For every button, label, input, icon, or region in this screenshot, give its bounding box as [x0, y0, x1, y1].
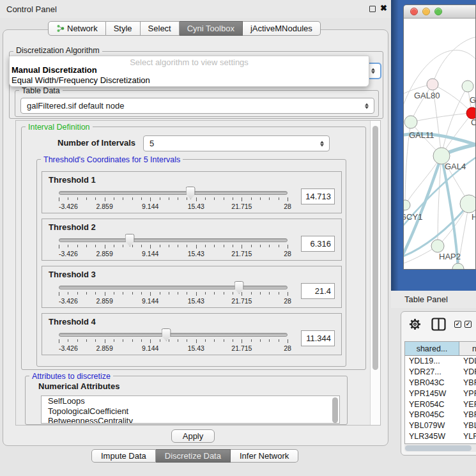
- tick-label: -3.426: [59, 250, 78, 257]
- vertical-scrollbar[interactable]: [370, 121, 380, 425]
- table-data-group: Table Data galFiltered.sif default node: [15, 90, 379, 117]
- mac-zoom-icon[interactable]: [434, 8, 442, 15]
- node-label: GCY1: [404, 212, 422, 222]
- tab-select[interactable]: Select: [141, 21, 180, 36]
- network-canvas[interactable]: GAL80GCGAL11GAL4GCY1HHAP2: [404, 19, 475, 269]
- combo-stepper-icon: [365, 103, 369, 109]
- network-node[interactable]: [404, 116, 417, 128]
- combo-value: 5: [150, 139, 154, 148]
- tab-style[interactable]: Style: [106, 21, 141, 36]
- threshold-slider[interactable]: -3.4262.8599.14415.4321.71528: [59, 333, 288, 352]
- scrollbar-thumb[interactable]: [372, 126, 378, 370]
- popup-item-manual-discretization[interactable]: Manual Discretization: [12, 65, 97, 75]
- tab-label: Select: [148, 24, 171, 33]
- mac-close-icon[interactable]: [410, 8, 418, 15]
- node-label: GAL11: [409, 130, 434, 140]
- table-row[interactable]: YBR045CYBR0: [405, 410, 476, 420]
- network-node[interactable]: [404, 200, 410, 210]
- network-node[interactable]: [460, 195, 476, 213]
- list-item[interactable]: TopologicalCoefficient: [42, 406, 339, 417]
- numerical-attributes-list: SelfLoops TopologicalCoefficient Between…: [41, 395, 340, 424]
- tab-network[interactable]: Network: [48, 21, 106, 36]
- horizontal-scrollbar[interactable]: [404, 444, 476, 452]
- threshold-slider[interactable]: -3.4262.8599.14415.4321.71528: [59, 286, 288, 305]
- threshold-panel: Threshold 4-3.4262.8599.14415.4321.71528…: [42, 313, 342, 355]
- table-row[interactable]: YLR345WYLR3: [405, 431, 476, 442]
- cell-name: YER0: [463, 399, 476, 410]
- list-item[interactable]: BetweennessCentrality: [42, 416, 339, 424]
- group-label: Threshold's Coordinates for 5 Intervals: [41, 155, 183, 164]
- cell-shared-name: YDR27...: [409, 367, 441, 378]
- interval-definition-group: Interval Definition Number of Intervals …: [21, 127, 366, 370]
- tick-label: 15.43: [188, 203, 204, 210]
- float-window-icon[interactable]: [369, 6, 376, 12]
- network-node[interactable]: [452, 263, 464, 270]
- gear-icon[interactable]: [409, 318, 421, 330]
- group-label: Discretization Algorithm: [13, 46, 102, 55]
- close-icon[interactable]: ✖: [380, 3, 387, 13]
- threshold-value-field[interactable]: 11.344: [301, 330, 335, 346]
- tick-label: 2.859: [96, 344, 112, 352]
- cell-shared-name: YDL19...: [409, 356, 440, 367]
- tab-jactivemnodules[interactable]: jActiveMNodules: [243, 21, 321, 36]
- tab-label: Cyni Toolbox: [187, 24, 234, 33]
- checkbox-icon[interactable]: ✓: [454, 321, 461, 328]
- table-row[interactable]: YIL052CYIL0: [405, 442, 476, 443]
- node-label: H: [472, 212, 476, 222]
- table-row[interactable]: YPR145WYPR1: [405, 388, 476, 399]
- node-label: G: [470, 95, 476, 105]
- table-row[interactable]: YER054CYER0: [405, 399, 476, 410]
- number-of-intervals-label: Number of Intervals: [58, 138, 135, 148]
- tab-impute-data[interactable]: Impute Data: [91, 449, 156, 463]
- threshold-slider[interactable]: -3.4262.8599.14415.4321.71528: [59, 191, 288, 210]
- table-row[interactable]: YBR043CYBR0: [405, 378, 476, 388]
- number-of-intervals-combobox[interactable]: 5: [143, 135, 330, 151]
- network-node[interactable]: [427, 79, 438, 90]
- tick-label: 9.144: [142, 203, 158, 210]
- table-panel: ✓ ✓ shared... n YDL19...YDL1YDR27...YDR2…: [401, 311, 476, 456]
- split-columns-icon[interactable]: [431, 318, 446, 331]
- control-panel-tabs: Network Style Select Cyni Toolbox jActiv…: [48, 21, 321, 36]
- column-header-name[interactable]: n: [459, 342, 476, 356]
- tab-discretize-data[interactable]: Discretize Data: [156, 449, 231, 463]
- tick-label: 28: [284, 297, 291, 305]
- node-label: C: [471, 118, 476, 127]
- tick-label: 28: [284, 250, 291, 257]
- popup-item-equal-width-frequency[interactable]: Equal Width/Frequency Discretization: [12, 75, 150, 85]
- tab-label: jActiveMNodules: [250, 24, 312, 33]
- apply-button[interactable]: Apply: [171, 429, 215, 443]
- cell-shared-name: YIL052C: [409, 442, 440, 443]
- table-data-combobox[interactable]: galFiltered.sif default node: [20, 98, 374, 114]
- tick-label: 9.144: [142, 344, 158, 352]
- tick-label: 28: [284, 344, 291, 352]
- table-row[interactable]: YBL079WYBL0: [405, 420, 476, 431]
- tab-label: Impute Data: [101, 451, 146, 461]
- list-item[interactable]: SelfLoops: [42, 396, 339, 406]
- tick-label: 21.715: [231, 250, 252, 257]
- threshold-value-field[interactable]: 6.316: [301, 236, 335, 252]
- tick-label: 2.859: [96, 297, 112, 305]
- network-node[interactable]: [431, 240, 444, 252]
- cell-name: YBR0: [463, 378, 476, 388]
- tick-label: 28: [284, 203, 291, 210]
- cell-shared-name: YLR345W: [409, 431, 445, 442]
- tick-label: 21.715: [231, 344, 252, 352]
- group-label: Interval Definition: [26, 123, 93, 132]
- scrollbar-thumb[interactable]: [405, 445, 472, 451]
- threshold-value-field[interactable]: 14.713: [301, 188, 335, 204]
- threshold-slider[interactable]: -3.4262.8599.14415.4321.71528: [59, 238, 288, 257]
- table-row[interactable]: YDR27...YDR2: [405, 367, 476, 378]
- tab-infer-network[interactable]: Infer Network: [231, 449, 298, 463]
- table-rows: YDL19...YDL1YDR27...YDR2YBR043CYBR0YPR14…: [405, 356, 476, 443]
- network-node[interactable]: [462, 81, 473, 92]
- mac-minimize-icon[interactable]: [422, 8, 430, 15]
- table-row[interactable]: YDL19...YDL1: [405, 356, 476, 367]
- threshold-value-field[interactable]: 21.4: [301, 283, 335, 299]
- network-window-titlebar[interactable]: [404, 5, 475, 19]
- list-scrollbar[interactable]: [332, 397, 338, 423]
- column-header-shared-name[interactable]: shared...: [405, 342, 459, 356]
- checkbox-icon[interactable]: ✓: [464, 321, 472, 328]
- tab-cyni-toolbox[interactable]: Cyni Toolbox: [180, 21, 243, 36]
- threshold-panel: Threshold 1-3.4262.8599.14415.4321.71528…: [42, 171, 342, 213]
- network-graph: GAL80GCGAL11GAL4GCY1HHAP2: [404, 19, 476, 270]
